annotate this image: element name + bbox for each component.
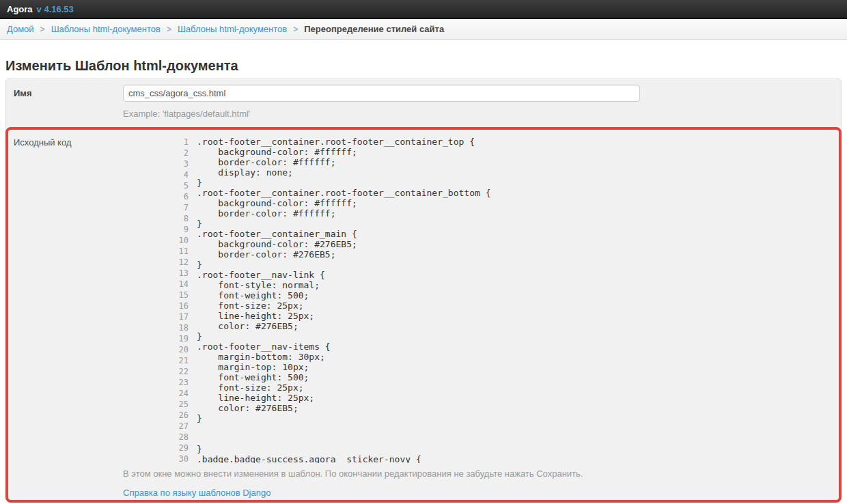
line-number: 28 [123, 432, 189, 443]
code-line: } [197, 260, 490, 270]
source-field-highlight: Исходный код 123456789101112131415161718… [5, 127, 842, 503]
breadcrumb-link[interactable]: Шаблоны html-документов [178, 24, 287, 34]
code-line: font-weight: 500; [197, 372, 490, 382]
line-number: 8 [123, 213, 189, 224]
line-number: 10 [123, 235, 189, 246]
line-number: 18 [123, 322, 189, 333]
line-number: 27 [123, 421, 189, 432]
editor-line-numbers: 1234567891011121314151617181920212223242… [123, 137, 189, 463]
line-number: 11 [123, 246, 189, 257]
source-field-help: В этом окне можно внести изменения в шаб… [123, 468, 839, 479]
code-line: font-size: 25px; [197, 300, 490, 311]
line-number: 26 [123, 410, 189, 421]
code-line: } [197, 219, 490, 229]
topbar: Agora v 4.16.53 [0, 0, 847, 19]
line-number: 9 [123, 224, 189, 235]
line-number: 19 [123, 333, 189, 344]
code-line: margin-bottom: 30px; [197, 352, 490, 362]
line-number: 29 [123, 443, 189, 453]
code-line: } [197, 331, 490, 341]
code-line: line-height: 25px; [197, 393, 490, 403]
line-number: 20 [123, 344, 189, 355]
app-version: v 4.16.53 [37, 4, 74, 14]
breadcrumb-separator-icon: > [167, 25, 171, 34]
name-field-label: Имя [6, 79, 123, 119]
code-line: color: #276EB5; [197, 321, 490, 331]
app-brand: Agora [7, 4, 33, 14]
code-line: margin-top: 10px; [197, 362, 490, 372]
code-line: .badge.badge-success.agora__sticker-novy… [197, 454, 490, 463]
line-number: 15 [123, 290, 189, 300]
code-line: background-color: #276EB5; [197, 239, 490, 249]
code-line: line-height: 25px; [197, 311, 490, 321]
breadcrumb: Домой>Шаблоны html-документов>Шаблоны ht… [0, 19, 847, 40]
line-number: 7 [123, 202, 189, 213]
line-number: 5 [123, 180, 189, 191]
code-line: font-size: 25px; [197, 382, 490, 393]
code-line: } [197, 444, 490, 454]
line-number: 23 [123, 377, 189, 388]
code-line [197, 434, 490, 444]
code-line: font-style: normal; [197, 280, 490, 290]
breadcrumb-separator-icon: > [40, 25, 45, 34]
line-number: 14 [123, 279, 189, 290]
code-line: display: none; [197, 167, 490, 178]
line-number: 13 [123, 268, 189, 279]
code-line: .root-footer__container_main { [197, 229, 490, 239]
name-field-help: Example: 'flatpages/default.html' [123, 109, 841, 119]
source-field-col: 1234567891011121314151617181920212223242… [123, 137, 839, 499]
code-line: border-color: #ffffff; [197, 208, 490, 219]
source-field-label: Исходный код [8, 137, 123, 499]
name-field-row: Имя Example: 'flatpages/default.html' [6, 79, 841, 127]
name-field-col: Example: 'flatpages/default.html' [123, 79, 841, 119]
line-number: 1 [123, 137, 189, 148]
code-line: background-color: #ffffff; [197, 147, 490, 157]
edit-form-panel: Имя Example: 'flatpages/default.html' Ис… [5, 79, 842, 503]
django-template-help-link[interactable]: Справка по языку шаблонов Django [123, 488, 270, 498]
line-number: 6 [123, 191, 189, 202]
line-number: 3 [123, 158, 189, 169]
code-line: } [197, 413, 490, 423]
code-line: border-color: #ffffff; [197, 157, 490, 167]
code-line: background-color: #ffffff; [197, 198, 490, 208]
line-number: 24 [123, 388, 189, 399]
line-number: 21 [123, 355, 189, 366]
line-number: 12 [123, 257, 189, 268]
code-line: border-color: #276EB5; [197, 249, 490, 260]
breadcrumb-separator-icon: > [293, 25, 298, 34]
code-line: color: #276EB5; [197, 403, 490, 413]
line-number: 17 [123, 311, 189, 322]
code-line: font-weight: 500; [197, 290, 490, 300]
source-code-editor[interactable]: 1234567891011121314151617181920212223242… [123, 137, 839, 463]
line-number: 16 [123, 300, 189, 311]
code-line: } [197, 178, 490, 188]
breadcrumb-link[interactable]: Домой [7, 24, 34, 34]
name-input[interactable] [123, 85, 640, 102]
code-line: .root-footer__container.root-footer__con… [197, 137, 490, 147]
breadcrumb-current: Переопределение стилей сайта [304, 24, 444, 34]
line-number: 25 [123, 399, 189, 410]
line-number: 30 [123, 453, 189, 463]
page-title: Изменить Шаблон html-документа [5, 57, 842, 74]
code-line [197, 423, 490, 434]
source-field-row: Исходный код 123456789101112131415161718… [8, 137, 839, 499]
line-number: 2 [123, 148, 189, 158]
code-line: .root-footer__nav-link { [197, 270, 490, 280]
line-number: 4 [123, 169, 189, 180]
editor-code-lines: .root-footer__container.root-footer__con… [197, 137, 490, 463]
code-line: .root-footer__nav-items { [197, 341, 490, 352]
line-number: 22 [123, 366, 189, 377]
code-line: .root-footer__container.root-footer__con… [197, 188, 490, 198]
breadcrumb-link[interactable]: Шаблоны html-документов [51, 24, 161, 34]
